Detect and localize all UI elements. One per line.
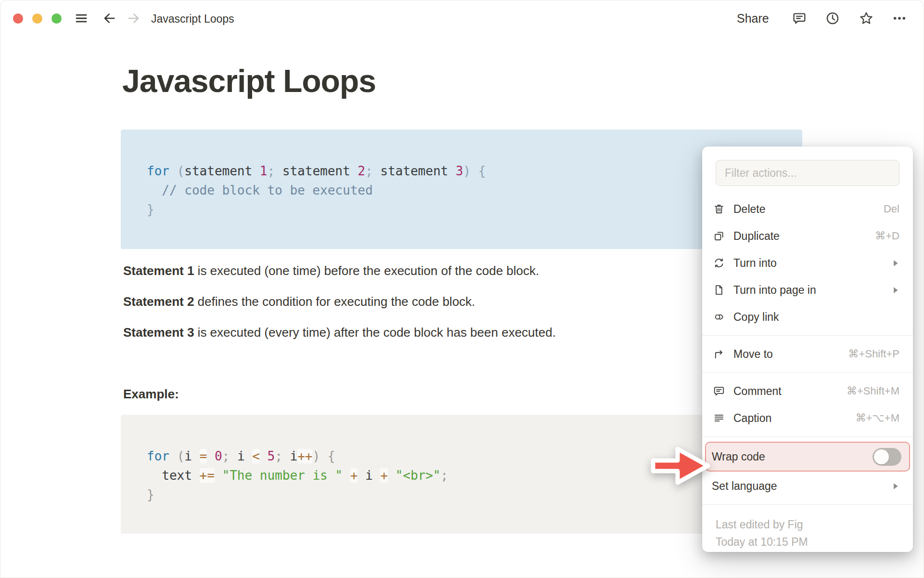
caption-icon xyxy=(712,411,726,425)
menu-item-label: Turn into xyxy=(733,257,777,270)
menu-item-label: Comment xyxy=(733,385,782,398)
menu-item-set-language[interactable]: Set language xyxy=(706,473,909,499)
menu-item-label: Turn into page in xyxy=(733,284,816,297)
menu-item-wrap-code[interactable]: Wrap code xyxy=(705,442,910,472)
text-run: is executed (one time) before the execut… xyxy=(194,263,539,278)
menu-item-label: Copy link xyxy=(733,311,779,324)
minimize-window-button[interactable] xyxy=(32,13,42,24)
history-clock-icon[interactable] xyxy=(825,11,840,26)
move-to-icon xyxy=(712,347,726,361)
page-title[interactable]: Javascript Loops xyxy=(122,62,376,100)
submenu-arrow-icon xyxy=(891,482,899,490)
back-icon[interactable] xyxy=(102,11,117,26)
bold-run: Statement 2 xyxy=(123,294,194,309)
menu-divider xyxy=(702,436,913,437)
favorite-star-icon[interactable] xyxy=(859,11,874,26)
copy-link-icon xyxy=(712,310,726,324)
paragraph-statement-3[interactable]: Statement 3 is executed (every time) aft… xyxy=(123,324,556,341)
menu-item-turn-into[interactable]: Turn into xyxy=(706,250,909,276)
menu-item-turn-into-page-in[interactable]: Turn into page in xyxy=(706,276,909,303)
menu-item-copy-link[interactable]: Copy link xyxy=(706,303,909,330)
menu-item-comment[interactable]: Comment⌘+Shift+M xyxy=(706,378,909,405)
top-bar: Javascript Loops Share xyxy=(0,0,924,37)
comment-icon xyxy=(712,384,726,398)
shortcut-hint: ⌘+Shift+M xyxy=(847,385,899,397)
example-heading[interactable]: Example: xyxy=(123,386,179,402)
code-block-for-syntax[interactable]: for (statement 1; statement 2; statement… xyxy=(121,130,802,249)
app-window: Javascript Loops Share Javascript Loops … xyxy=(0,0,924,578)
menu-item-caption[interactable]: Caption⌘+⌥+M xyxy=(706,405,909,432)
paragraph-statement-1[interactable]: Statement 1 is executed (one time) befor… xyxy=(123,263,539,279)
turn-into-icon xyxy=(712,256,726,270)
menu-list: DeleteDelDuplicate⌘+DTurn intoTurn into … xyxy=(702,196,913,499)
menu-divider xyxy=(702,504,913,505)
submenu-arrow-icon xyxy=(891,259,899,267)
shortcut-hint: ⌘+⌥+M xyxy=(856,412,899,424)
breadcrumb[interactable]: Javascript Loops xyxy=(151,12,234,26)
menu-item-duplicate[interactable]: Duplicate⌘+D xyxy=(706,223,909,250)
menu-item-label: Move to xyxy=(733,348,773,361)
sidebar-menu-icon[interactable] xyxy=(74,11,89,26)
menu-item-move-to[interactable]: Move to⌘+Shift+P xyxy=(706,341,909,368)
menu-item-label: Duplicate xyxy=(733,230,780,243)
close-window-button[interactable] xyxy=(13,13,23,24)
menu-item-label: Delete xyxy=(733,203,765,216)
paragraph-statement-2[interactable]: Statement 2 defines the condition for ex… xyxy=(123,293,475,310)
menu-footer: Last edited by Fig Today at 10:15 PM xyxy=(702,510,913,551)
menu-divider xyxy=(702,335,913,336)
shortcut-hint: ⌘+D xyxy=(875,230,899,242)
wrap-code-toggle[interactable] xyxy=(873,448,901,466)
zoom-window-button[interactable] xyxy=(51,13,62,24)
forward-icon[interactable] xyxy=(126,11,141,26)
submenu-arrow-icon xyxy=(891,286,899,294)
red-arrow-icon xyxy=(649,443,712,489)
window-controls xyxy=(13,13,62,24)
menu-item-label: Wrap code xyxy=(712,450,765,463)
menu-divider xyxy=(702,372,913,373)
text-run: is executed (every time) after the code … xyxy=(194,325,556,340)
menu-item-label: Caption xyxy=(733,412,771,425)
block-actions-menu: DeleteDelDuplicate⌘+DTurn intoTurn into … xyxy=(702,146,913,552)
shortcut-hint: ⌘+Shift+P xyxy=(848,348,899,360)
shortcut-hint: Del xyxy=(884,203,899,215)
menu-item-label: Set language xyxy=(712,480,777,493)
menu-item-delete[interactable]: DeleteDel xyxy=(706,196,909,223)
text-run: defines the condition for executing the … xyxy=(194,294,475,309)
page-icon xyxy=(712,283,726,297)
share-button[interactable]: Share xyxy=(737,11,769,26)
bold-run: Statement 3 xyxy=(123,325,194,340)
last-edited-time: Today at 10:15 PM xyxy=(716,533,899,551)
comments-icon[interactable] xyxy=(792,11,807,26)
trash-icon xyxy=(712,202,726,216)
toggle-knob xyxy=(874,449,889,464)
duplicate-icon xyxy=(712,229,726,243)
filter-actions-input[interactable] xyxy=(716,160,899,186)
bold-run: Statement 1 xyxy=(123,263,194,278)
last-edited-by: Last edited by Fig xyxy=(716,516,899,533)
more-options-icon[interactable] xyxy=(892,11,907,26)
